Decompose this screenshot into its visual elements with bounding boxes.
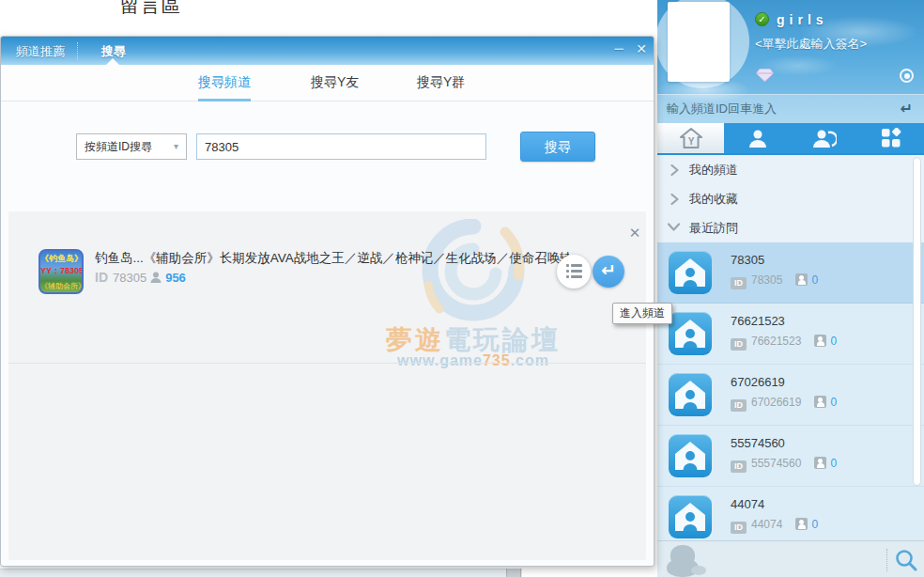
panel-scrollbar-thumb[interactable] — [913, 157, 921, 486]
tab-contacts[interactable] — [724, 123, 791, 153]
signature-placeholder[interactable]: <單擊此處輸入簽名> — [755, 36, 867, 53]
channel-id: 44074 — [751, 518, 782, 531]
gem-icon[interactable] — [756, 69, 774, 82]
channel-meta: ID555745600 — [731, 457, 837, 470]
tab-groups[interactable] — [791, 123, 857, 153]
channel-list: 78305 ID783050 76621523 ID766215230 6702… — [657, 242, 924, 540]
search-subtabs: 搜尋頻道 搜尋Y友 搜尋Y群 — [1, 65, 654, 101]
results-close-button[interactable]: ✕ — [626, 225, 643, 242]
id-badge-icon: ID — [731, 338, 747, 351]
avatar-text-mid: YY：78305 — [40, 264, 82, 277]
active-tab-notch — [106, 58, 119, 65]
tab-my-channels[interactable]: Y — [657, 123, 724, 153]
section-my-channels[interactable]: 我的頻道 — [657, 155, 924, 184]
close-button[interactable]: ✕ — [632, 39, 651, 58]
person-icon — [747, 128, 768, 148]
dialog-header: 頻道推薦 搜尋 ─ ✕ — [1, 37, 654, 65]
page-title: 留言區 — [120, 0, 182, 19]
channel-item[interactable]: 76621523 ID766215230 — [657, 304, 924, 365]
channel-item[interactable]: 67026619 ID670266190 — [657, 365, 924, 426]
channel-name: 76621523 — [731, 314, 785, 328]
id-badge-icon: ID — [731, 277, 747, 289]
list-icon — [566, 264, 582, 278]
channel-house-icon — [669, 495, 712, 538]
result-title: 钓鱼岛...《辅助会所》长期发放AVA战地之王／逆战／枪神记／生化战场／使命召唤… — [95, 250, 569, 267]
subtab-search-channel[interactable]: 搜尋頻道 — [198, 74, 251, 101]
persons-icon — [812, 128, 837, 148]
avatar-text-top: 《钓鱼岛》 — [40, 253, 82, 264]
horizontal-scrollbar-thumb[interactable] — [506, 569, 521, 577]
channel-house-icon — [669, 312, 712, 355]
home-y-icon: Y — [680, 128, 702, 148]
subtab-search-group[interactable]: 搜尋Y群 — [417, 74, 465, 99]
enter-channel-button[interactable]: ↵ — [593, 256, 624, 288]
search-filter-dropdown[interactable]: 按頻道ID搜尋 ▾ — [76, 133, 187, 160]
footer-divider — [886, 549, 887, 571]
member-count: 0 — [811, 273, 818, 287]
watermark-logo-icon — [408, 219, 539, 324]
result-id-label: ID — [95, 270, 108, 285]
result-id-value: 78305 — [113, 271, 146, 285]
horizontal-scrollbar[interactable] — [0, 568, 660, 577]
result-member-count: 956 — [165, 271, 186, 285]
id-badge-icon: ID — [731, 460, 747, 473]
avatar[interactable] — [668, 2, 730, 82]
channel-id: 55574560 — [751, 457, 801, 470]
member-badge-icon — [795, 518, 808, 530]
tab-channel-recommend[interactable]: 頻道推薦 — [16, 43, 65, 60]
list-view-button[interactable] — [557, 255, 591, 288]
channel-house-icon — [669, 434, 712, 477]
member-count: 0 — [830, 396, 837, 409]
target-icon[interactable] — [900, 69, 914, 83]
filter-dropdown-value: 按頻道ID搜尋 — [85, 140, 152, 153]
footer-search-icon[interactable] — [894, 548, 918, 572]
svg-text:Y: Y — [687, 136, 694, 147]
input-enter-icon[interactable]: ↵ — [901, 95, 913, 123]
section-my-favorites[interactable]: 我的收藏 — [657, 184, 924, 213]
channel-id: 78305 — [751, 273, 782, 287]
result-channel-avatar: 《钓鱼岛》 YY：78305 《辅助会所》 — [38, 249, 84, 294]
results-panel: 夢遊電玩論壇 www.game735.com ✕ 《钓鱼岛》 YY：78305 … — [8, 211, 646, 560]
search-query-input[interactable] — [196, 133, 486, 160]
channel-id-input[interactable]: 輸入頻道ID回車進入 ↵ — [657, 94, 924, 123]
apps-grid-icon — [881, 128, 901, 148]
member-badge-icon — [795, 273, 808, 286]
member-badge-icon — [814, 335, 826, 347]
id-badge-icon: ID — [731, 399, 747, 412]
channel-item[interactable]: 78305 ID783050 — [657, 242, 924, 304]
section-label: 我的收藏 — [689, 191, 738, 208]
channel-name: 55574560 — [731, 436, 785, 450]
channel-side-panel: ✓ girls <單擊此處輸入簽名> 輸入頻道ID回車進入 ↵ Y — [657, 0, 924, 577]
avatar-text-bottom: 《辅助会所》 — [40, 281, 82, 292]
horizontal-scrollbar-track[interactable] — [0, 569, 522, 577]
section-recent-visits[interactable]: 最近訪問 — [657, 213, 924, 242]
id-badge-icon: ID — [731, 522, 747, 534]
section-label: 最近訪問 — [689, 220, 738, 237]
channel-input-placeholder: 輸入頻道ID回車進入 — [667, 101, 777, 116]
channel-meta: ID670266190 — [731, 396, 837, 409]
member-icon — [150, 272, 162, 287]
tab-apps[interactable] — [857, 123, 924, 153]
watermark: 夢遊電玩論壇 www.game735.com — [318, 211, 628, 418]
search-button[interactable]: 搜尋 — [520, 132, 595, 162]
section-label: 我的頻道 — [689, 162, 738, 179]
member-badge-icon — [814, 457, 826, 469]
status-check-icon: ✓ — [755, 12, 769, 26]
panel-footer — [657, 540, 924, 577]
member-count: 0 — [830, 457, 837, 470]
chevron-right-icon — [670, 194, 679, 205]
channel-item[interactable]: 55574560 ID555745600 — [657, 426, 924, 487]
chevron-right-icon — [670, 164, 679, 176]
channel-item[interactable]: 44074 ID440740 — [657, 487, 924, 540]
tab-separator — [77, 42, 78, 59]
channel-name: 78305 — [731, 253, 764, 267]
channel-name: 44074 — [731, 497, 764, 511]
enter-arrow-icon: ↵ — [601, 260, 616, 280]
minimize-button[interactable]: ─ — [609, 39, 628, 58]
chevron-down-icon: ▾ — [174, 134, 178, 159]
channel-name: 67026619 — [731, 375, 785, 389]
channel-meta: ID783050 — [731, 273, 818, 287]
subtab-search-friend[interactable]: 搜尋Y友 — [311, 74, 359, 99]
mascot-icon[interactable] — [667, 545, 708, 577]
channel-house-icon — [669, 251, 712, 294]
